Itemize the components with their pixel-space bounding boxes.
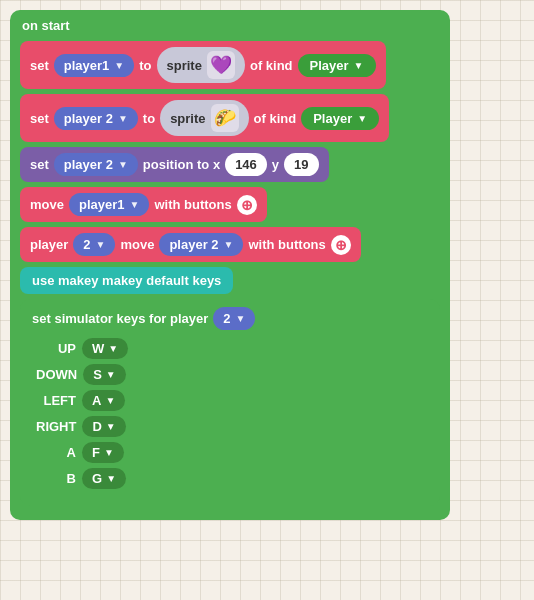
player2-pos-dropdown[interactable]: player 2 ▼ [54,153,138,176]
key-row-a: A F ▼ [32,442,428,463]
key-a-arrow-icon: ▼ [104,447,114,458]
makey-block[interactable]: use makey makey default keys [20,267,233,294]
with-buttons-label-1: with buttons [154,197,231,212]
y-value[interactable]: 19 [284,153,318,176]
key-direction-down: DOWN [36,367,77,382]
player1-move-dropdown[interactable]: player1 ▼ [69,193,149,216]
sprite-icon-1: 💜 [207,51,235,79]
key-direction-a: A [36,445,76,460]
key-down-dropdown[interactable]: S ▼ [83,364,126,385]
x-value[interactable]: 146 [225,153,267,176]
to-label-1: to [139,58,151,73]
set-label-3: set [30,157,49,172]
y-label: y [272,157,279,172]
key-down-arrow-icon: ▼ [106,369,116,380]
on-start-label: on start [20,18,440,33]
key-row-b: B G ▼ [32,468,428,489]
sim-player-dropdown[interactable]: 2 ▼ [213,307,255,330]
player1-arrow-icon: ▼ [114,60,124,71]
player2-move-block: player 2 ▼ move player 2 ▼ with buttons … [20,227,361,262]
set-player2-block: set player 2 ▼ to sprite 🌮 of kind Playe… [20,94,389,142]
set-label-2: set [30,111,49,126]
player1-move-arrow-icon: ▼ [130,199,140,210]
key-b-dropdown[interactable]: G ▼ [82,468,126,489]
key-up-dropdown[interactable]: W ▼ [82,338,128,359]
key-row-up: UP W ▼ [32,338,428,359]
with-buttons-label-2: with buttons [248,237,325,252]
row3-block: set player 2 ▼ position to x 146 y 19 [20,147,440,182]
key-left-dropdown[interactable]: A ▼ [82,390,125,411]
player-label-5: player [30,237,68,252]
key-right-dropdown[interactable]: D ▼ [82,416,125,437]
player2-move-arrow-icon: ▼ [224,239,234,250]
key-direction-b: B [36,471,76,486]
key-row-left: LEFT A ▼ [32,390,428,411]
of-kind-label-2: of kind [254,111,297,126]
key-right-arrow-icon: ▼ [106,421,116,432]
player2-dropdown[interactable]: player 2 ▼ [54,107,138,130]
move-label-2: move [120,237,154,252]
position-label: position to x [143,157,220,172]
row2-block: set player 2 ▼ to sprite 🌮 of kind Playe… [20,94,440,142]
simulator-block: set simulator keys for player 2 ▼ UP W ▼… [20,299,440,506]
set-player1-block: set player1 ▼ to sprite 💜 of kind Player… [20,41,386,89]
kind1-arrow-icon: ▼ [354,60,364,71]
player-kind-2-dropdown[interactable]: Player ▼ [301,107,379,130]
kind2-arrow-icon: ▼ [357,113,367,124]
player2-arrow-icon: ▼ [118,113,128,124]
add-button-2[interactable]: ⊕ [331,235,351,255]
add-button-1[interactable]: ⊕ [237,195,257,215]
player2-move-dropdown[interactable]: player 2 ▼ [159,233,243,256]
player1-dropdown[interactable]: player1 ▼ [54,54,134,77]
key-direction-up: UP [36,341,76,356]
key-direction-right: RIGHT [36,419,76,434]
key-up-arrow-icon: ▼ [108,343,118,354]
move-player1-block: move player1 ▼ with buttons ⊕ [20,187,267,222]
sprite-icon-2: 🌮 [211,104,239,132]
key-row-down: DOWN S ▼ [32,364,428,385]
set-position-block: set player 2 ▼ position to x 146 y 19 [20,147,329,182]
sim-player-arrow-icon: ▼ [236,313,246,324]
sprite-label-1: sprite 💜 [157,47,245,83]
of-kind-label-1: of kind [250,58,293,73]
key-direction-left: LEFT [36,393,76,408]
player-num-arrow-icon: ▼ [96,239,106,250]
row1-block: set player1 ▼ to sprite 💜 of kind Player… [20,41,440,89]
row5-block: player 2 ▼ move player 2 ▼ with buttons … [20,227,440,262]
key-left-arrow-icon: ▼ [105,395,115,406]
move-label-1: move [30,197,64,212]
makey-row: use makey makey default keys [20,267,440,294]
to-label-2: to [143,111,155,126]
key-row-right: RIGHT D ▼ [32,416,428,437]
key-b-arrow-icon: ▼ [106,473,116,484]
key-a-dropdown[interactable]: F ▼ [82,442,124,463]
player2-pos-arrow-icon: ▼ [118,159,128,170]
on-start-block: on start set player1 ▼ to sprite 💜 of ki… [10,10,450,520]
set-label-1: set [30,58,49,73]
player-num-dropdown[interactable]: 2 ▼ [73,233,115,256]
sprite-label-2: sprite 🌮 [160,100,248,136]
player-kind-1-dropdown[interactable]: Player ▼ [298,54,376,77]
row4-block: move player1 ▼ with buttons ⊕ [20,187,440,222]
simulator-header: set simulator keys for player 2 ▼ [32,307,428,330]
